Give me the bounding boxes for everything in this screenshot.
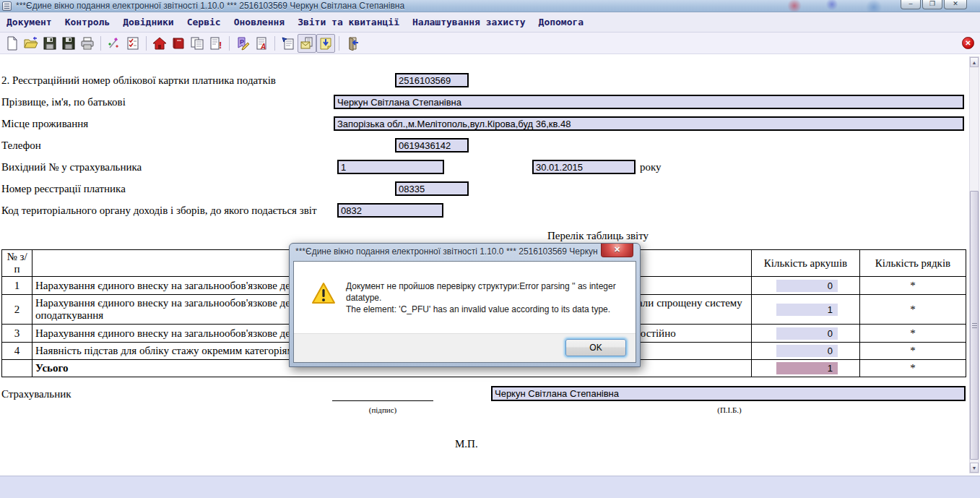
title-bar: ***Єдине вікно подання електронної звітн… xyxy=(0,0,980,12)
payer-registration-field[interactable] xyxy=(395,181,469,196)
field-label-address: Місце проживання xyxy=(1,118,88,130)
mail-envelope-icon[interactable] xyxy=(298,34,316,53)
rows-count: * xyxy=(860,343,966,360)
phone-field[interactable] xyxy=(395,138,469,153)
svg-text:!: ! xyxy=(219,40,222,51)
app-icon xyxy=(2,1,12,11)
menu-directories[interactable]: Довідники xyxy=(116,17,180,27)
maximize-button[interactable]: ❐ xyxy=(922,0,942,9)
rows-count: * xyxy=(860,360,966,377)
svg-text:A: A xyxy=(260,43,266,51)
sheets-count-field[interactable]: 0 xyxy=(776,345,838,357)
home-icon[interactable] xyxy=(150,34,169,53)
field-label-phone: Телефон xyxy=(1,139,41,152)
dialog-title: ***Єдине вікно подання електронної звітн… xyxy=(295,246,598,257)
minimize-button[interactable]: – xyxy=(901,0,921,9)
menu-control[interactable]: Контроль xyxy=(58,17,117,27)
rows-count: * xyxy=(860,325,966,343)
close-form-icon[interactable]: ✕ xyxy=(962,37,974,49)
outgoing-number-field[interactable] xyxy=(337,160,444,174)
save-all-icon[interactable] xyxy=(59,34,78,53)
tables-list-heading: Перелік таблиць звіту xyxy=(506,230,690,242)
toolbar-separator xyxy=(339,36,339,51)
status-strip xyxy=(0,476,980,498)
sheets-count-field[interactable]: 0 xyxy=(776,280,838,292)
document-alert-icon[interactable]: ! xyxy=(207,34,225,53)
name-caption: (П.І.Б.) xyxy=(701,405,758,414)
warning-icon xyxy=(311,282,336,308)
column-header-num: № з/п xyxy=(2,250,32,277)
row-num: 1 xyxy=(2,277,32,295)
ok-button[interactable]: OK xyxy=(565,339,626,356)
open-folder-icon[interactable] xyxy=(22,34,40,53)
sheets-count-field[interactable]: 1 xyxy=(776,304,838,316)
regnumber-field[interactable] xyxy=(395,73,469,87)
row-num xyxy=(2,360,32,377)
rows-count: * xyxy=(860,277,966,295)
new-document-icon[interactable] xyxy=(3,34,22,53)
signature-caption: (підпис) xyxy=(354,405,412,414)
sheets-count-field[interactable]: 0 xyxy=(776,327,838,340)
field-label-territory-code: Код територіального органу доходів і збо… xyxy=(1,205,316,217)
insurer-name-field[interactable] xyxy=(491,386,966,401)
scroll-down-arrow[interactable]: ▼ xyxy=(970,463,979,473)
field-label-fullname: Прізвище, ім'я, по батькові xyxy=(1,96,126,108)
svg-text:P: P xyxy=(240,38,244,46)
year-suffix-label: року xyxy=(640,161,662,173)
toolbar: ! P A ✕ xyxy=(0,33,980,54)
exit-door-icon[interactable] xyxy=(343,34,362,53)
signature-line xyxy=(332,388,433,401)
window-title: ***Єдине вікно подання електронної звітн… xyxy=(16,1,404,11)
menu-help[interactable]: Допомога xyxy=(532,17,591,27)
dialog-message: Документ не пройшов перевірку структури:… xyxy=(346,280,633,315)
menu-document[interactable]: Документ xyxy=(0,17,58,27)
address-field[interactable] xyxy=(334,116,964,131)
column-header-sheets: Кількість аркушів xyxy=(752,250,860,277)
document-properties-icon[interactable] xyxy=(279,34,298,53)
toolbar-separator xyxy=(146,36,147,51)
validate-icon[interactable] xyxy=(105,34,123,53)
menu-update[interactable]: Оновлення xyxy=(227,17,291,27)
save-icon[interactable] xyxy=(40,34,59,53)
toolbar-separator xyxy=(274,36,275,51)
scroll-up-arrow[interactable]: ▲ xyxy=(970,57,979,67)
print-icon[interactable] xyxy=(78,34,97,53)
toolbar-separator xyxy=(229,36,230,51)
report-form: 2. Реєстраційний номер облікової картки … xyxy=(0,54,980,476)
rows-count: * xyxy=(860,295,966,325)
row-num: 4 xyxy=(2,343,32,360)
fullname-field[interactable] xyxy=(334,95,964,109)
menu-service[interactable]: Сервіс xyxy=(181,17,227,27)
dialog-close-button[interactable]: ✕ xyxy=(601,244,633,257)
menu-bar: Документ Контроль Довідники Сервіс Оновл… xyxy=(0,12,980,33)
territory-code-field[interactable] xyxy=(337,203,443,218)
field-label-outgoing-number: Вихідний № у страхувальника xyxy=(1,161,142,173)
scroll-thumb[interactable] xyxy=(970,191,979,460)
row-num: 2 xyxy=(2,295,32,325)
close-button[interactable]: ✕ xyxy=(944,0,967,9)
stamp-caption: М.П. xyxy=(455,438,478,450)
menu-reports-receipts[interactable]: Звіти та квитанції xyxy=(291,17,406,27)
total-sheets-field[interactable]: 1 xyxy=(776,362,838,374)
outgoing-date-field[interactable] xyxy=(532,160,636,174)
copy-documents-icon[interactable] xyxy=(188,34,207,53)
insurer-label: Страхувальник xyxy=(1,388,71,400)
vertical-scrollbar[interactable]: ▲ ▼ xyxy=(969,56,979,473)
toolbar-separator xyxy=(100,36,101,51)
dialog-footer: OK xyxy=(294,333,636,362)
document-report-icon[interactable]: A xyxy=(252,34,271,53)
digital-sign-icon[interactable]: P xyxy=(233,34,252,53)
field-label-payer-registration: Номер реєстрації платника xyxy=(1,183,126,195)
dialog-body: Документ не пройшов перевірку структури:… xyxy=(294,262,636,333)
dialog-message-line1: Документ не пройшов перевірку структури:… xyxy=(346,280,633,304)
save-note-icon[interactable] xyxy=(316,34,335,53)
row-num: 3 xyxy=(2,325,32,343)
handbook-icon[interactable] xyxy=(169,34,188,53)
menu-security-settings[interactable]: Налаштування захисту xyxy=(406,17,532,27)
error-dialog: ***Єдине вікно подання електронної звітн… xyxy=(289,243,641,367)
dialog-message-line2: The element: 'C_PFU' has an invalid valu… xyxy=(346,304,633,315)
column-header-rows: Кількість рядків xyxy=(860,250,966,277)
field-label-regnumber: 2. Реєстраційний номер облікової картки … xyxy=(1,74,276,87)
check-document-icon[interactable] xyxy=(123,34,142,53)
